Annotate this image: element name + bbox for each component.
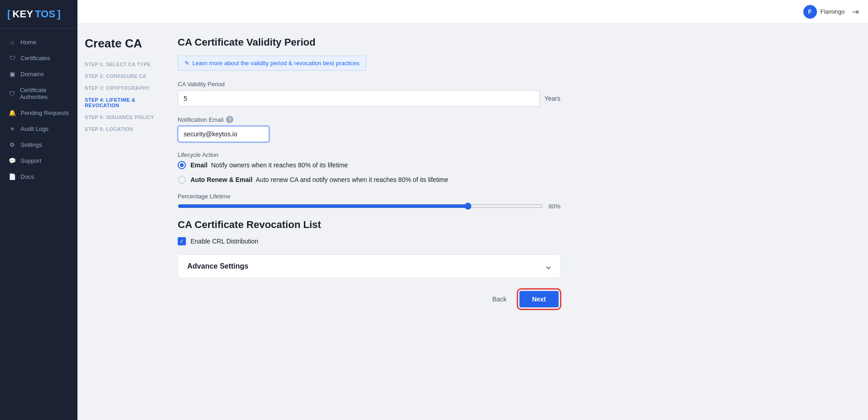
pending-icon: 🔔 [9,109,16,116]
page-title: Create CA [85,36,161,51]
radio-auto-renew[interactable]: Auto Renew & Email Auto renew CA and not… [178,176,560,184]
validity-period-label: CA Validity Period [178,81,560,88]
lifecycle-action-group: Lifecycle Action Email Notify owners whe… [178,151,560,184]
advance-settings-panel: Advance Settings ⌵ [178,254,560,278]
logo-area: [KEYTOS] [0,0,77,29]
enable-crl-label: Enable CRL Distribution [190,238,258,245]
domains-icon: ▣ [9,71,16,78]
radio-group: Email Notify owners when it reaches 80% … [178,161,560,184]
sidebar-item-ca-label: Certificate Authorities [20,87,70,100]
crl-section: CA Certificate Revocation List ✓ Enable … [178,219,560,245]
sidebar-item-certificates-label: Certificates [21,55,50,62]
content-area: Create CA STEP 1: SELECT CA TYPE STEP 2:… [77,24,868,420]
step-4: STEP 4: LIFETIME & REVOCATION [85,97,161,108]
user-badge: F Flamingo [803,5,845,19]
step-2: STEP 2: CONFIGURE CA [85,73,161,79]
sidebar-item-home[interactable]: ⌂ Home [0,34,77,50]
ca-icon: 🛡 [9,90,15,97]
notification-help-icon[interactable]: ? [226,116,233,123]
settings-icon: ⚙ [9,141,16,148]
step-1: STEP 1: SELECT CA TYPE [85,62,161,67]
years-label: Years [544,95,560,102]
radio-email-circle [178,161,186,169]
crl-title: CA Certificate Revocation List [178,219,560,231]
sidebar-item-settings[interactable]: ⚙ Settings [0,137,77,153]
step-5: STEP 5: ISSUANCE POLICY [85,114,161,120]
sidebar-item-settings-label: Settings [21,141,42,148]
notification-email-label: Notification Email ? [178,116,560,123]
topbar: F Flamingo ⇥ [77,0,868,24]
sidebar-item-certificates[interactable]: 🛡 Certificates [0,50,77,66]
sidebar-item-support[interactable]: 💬 Support [0,153,77,169]
home-icon: ⌂ [9,39,16,46]
back-button[interactable]: Back [487,292,512,306]
main-wrapper: F Flamingo ⇥ Create CA STEP 1: SELECT CA… [77,0,868,420]
sidebar-item-audit-logs[interactable]: ≡ Audit Logs [0,121,77,137]
radio-email[interactable]: Email Notify owners when it reaches 80% … [178,161,560,169]
percentage-lifetime-group: Percentage Lifetime 80% [178,193,560,210]
section-title: CA Certificate Validity Period [178,36,560,48]
validity-period-group: CA Validity Period Years [178,81,560,107]
step-3: STEP 3: CRYPTOGRAPHY [85,85,161,91]
notification-email-input[interactable] [178,126,269,142]
sidebar: [KEYTOS] ⌂ Home 🛡 Certificates ▣ Domains… [0,0,77,420]
learn-more-icon: ✎ [185,60,190,67]
logout-icon[interactable]: ⇥ [852,7,859,17]
sidebar-item-docs[interactable]: 📄 Docs [0,169,77,185]
slider-row: 80% [178,202,560,210]
validity-period-input-row: Years [178,90,560,107]
support-icon: 💬 [9,157,16,164]
validity-period-input[interactable] [178,90,540,107]
radio-auto-renew-label: Auto Renew & Email Auto renew CA and not… [190,176,448,183]
sidebar-item-home-label: Home [21,39,36,46]
learn-more-link[interactable]: ✎ Learn more about the validity period &… [178,56,366,71]
sidebar-item-pending-label: Pending Requests [21,109,69,116]
lifecycle-action-label: Lifecycle Action [178,151,560,158]
sidebar-item-support-label: Support [21,157,41,164]
notification-email-group: Notification Email ? [178,116,560,142]
percentage-slider[interactable] [178,202,543,210]
advance-settings-label: Advance Settings [187,262,248,270]
sidebar-item-domains-label: Domains [21,71,44,78]
sidebar-item-audit-label: Audit Logs [21,125,48,132]
enable-crl-checkbox-row[interactable]: ✓ Enable CRL Distribution [178,237,560,245]
sidebar-item-domains[interactable]: ▣ Domains [0,66,77,82]
learn-more-text: Learn more about the validity period & r… [192,60,360,67]
slider-value: 80% [549,203,560,210]
chevron-down-icon: ⌵ [546,261,551,271]
certificates-icon: 🛡 [9,55,16,62]
radio-email-label: Email Notify owners when it reaches 80% … [190,161,348,169]
step-6: STEP 6: LOCATION [85,126,161,132]
user-name: Flamingo [821,8,845,15]
advance-settings-header[interactable]: Advance Settings ⌵ [178,255,560,278]
app-logo: [KEYTOS] [7,8,70,20]
form-footer: Back Next [178,291,560,307]
audit-icon: ≡ [9,125,16,132]
radio-auto-renew-circle [178,176,186,184]
form-panel: CA Certificate Validity Period ✎ Learn m… [169,24,579,420]
enable-crl-checkbox[interactable]: ✓ [178,237,186,245]
avatar: F [803,5,817,19]
steps-panel: Create CA STEP 1: SELECT CA TYPE STEP 2:… [77,24,169,420]
sidebar-nav: ⌂ Home 🛡 Certificates ▣ Domains 🛡 Certif… [0,29,77,420]
sidebar-item-certificate-authorities[interactable]: 🛡 Certificate Authorities [0,82,77,105]
sidebar-item-pending-requests[interactable]: 🔔 Pending Requests [0,105,77,121]
docs-icon: 📄 [9,173,16,180]
next-button[interactable]: Next [519,291,559,307]
sidebar-item-docs-label: Docs [21,173,34,180]
percentage-lifetime-label: Percentage Lifetime [178,193,560,200]
